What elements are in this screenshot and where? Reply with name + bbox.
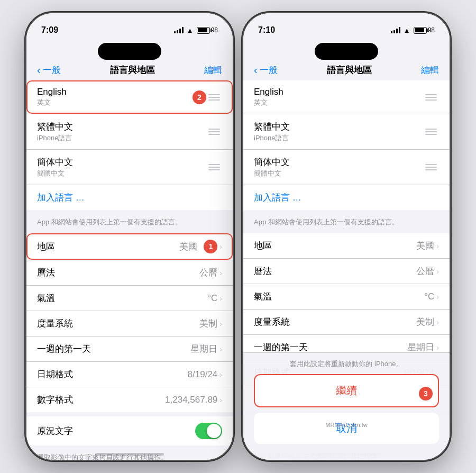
live-text-item-left[interactable]: 原況文字 <box>26 416 233 445</box>
temp-value-left: °C › <box>207 293 222 304</box>
lang-item-english-right[interactable]: English 英文 <box>243 80 450 114</box>
time-left: 7:09 <box>41 25 58 35</box>
lang-subtitle-simplified-right: 簡體中文 <box>254 169 423 178</box>
settings-group-left: 地區 美國 1 › 曆法 公曆 › 氣溫 <box>26 233 233 412</box>
settings-item-measure-right[interactable]: 度量系統 美制 › <box>243 310 450 335</box>
scroll-content-left: English 英文 2 繁體中文 iPhone語言 <box>26 80 233 460</box>
chevron-icon-calendar-left: › <box>219 269 222 277</box>
lang-subtitle-traditional-left: iPhone語言 <box>37 133 206 143</box>
settings-item-region-right[interactable]: 地區 美國 › <box>243 233 450 259</box>
firstday-value-right: 星期日 › <box>407 341 439 353</box>
nav-bar-right: ‹ 一般 語言與地區 編輯 <box>243 60 450 80</box>
hint-text-right: App 和網站會使用列表上第一個有支援的語言。 <box>243 214 450 233</box>
lang-subtitle-traditional-right: iPhone語言 <box>254 133 423 143</box>
back-label-left: 一般 <box>43 64 61 76</box>
lang-item-simplified-right[interactable]: 簡体中文 簡體中文 <box>243 150 450 185</box>
chevron-icon-numformat-left: › <box>219 396 222 404</box>
settings-item-numformat-left[interactable]: 數字格式 1,234,567.89 › <box>26 387 233 412</box>
drag-handle-simplified-right[interactable] <box>423 162 439 172</box>
settings-item-temp-left[interactable]: 氣溫 °C › <box>26 286 233 311</box>
firstday-label-right: 一週的第一天 <box>254 341 308 353</box>
continue-button[interactable]: 繼續 <box>254 374 439 407</box>
settings-item-dateformat-left[interactable]: 日期格式 8/19/24 › <box>26 362 233 387</box>
lang-text-english-right: English 英文 <box>254 87 423 107</box>
temp-label-left: 氣溫 <box>37 292 55 304</box>
chevron-icon-dateformat-left: › <box>219 370 222 379</box>
battery-icon: 98 <box>197 26 218 34</box>
wifi-icon: ▲ <box>187 26 194 34</box>
lang-subtitle-english-left: 英文 <box>37 98 188 107</box>
firstday-value-left: 星期日 › <box>190 343 222 355</box>
action-sheet-right: 套用此設定將重新啟動你的 iPhone。 繼續 3 取消 <box>243 352 450 460</box>
status-bar-left: 7:09 ▲ 98 <box>26 13 233 40</box>
signal-icon <box>174 27 184 33</box>
language-group-right: English 英文 繁體中文 iPhone語言 <box>243 80 450 210</box>
chevron-icon-region-left: › <box>219 242 222 251</box>
step-circle-3: 3 <box>419 387 433 401</box>
nav-title-right: 語言與地區 <box>327 64 372 76</box>
dateformat-label-left: 日期格式 <box>37 368 73 380</box>
chevron-icon-temp-left: › <box>219 294 222 303</box>
temp-value-right: °C › <box>424 292 439 302</box>
add-lang-left[interactable]: 加入語言 … <box>26 185 233 210</box>
settings-item-measure-left[interactable]: 度量系統 美制 › <box>26 311 233 336</box>
step-circle-1: 1 <box>204 240 217 253</box>
right-phone: 7:10 ▲ 98 ‹ 一般 語言與地區 編輯 <box>243 13 450 460</box>
lang-text-simplified-left: 簡体中文 簡體中文 <box>37 156 206 178</box>
region-label-left: 地區 <box>37 241 55 253</box>
add-lang-right[interactable]: 加入語言 … <box>243 185 450 210</box>
settings-item-calendar-left[interactable]: 曆法 公曆 › <box>26 260 233 286</box>
measure-value-left: 美制 › <box>199 317 222 330</box>
settings-item-temp-right[interactable]: 氣溫 °C › <box>243 284 450 310</box>
temp-label-right: 氣溫 <box>254 290 272 303</box>
dynamic-island-right <box>315 43 378 60</box>
lang-name-simplified-right: 簡体中文 <box>254 156 423 168</box>
dynamic-island-left <box>98 43 161 60</box>
live-text-toggle-left[interactable] <box>195 423 222 439</box>
dateformat-value-left: 8/19/24 › <box>188 369 222 380</box>
chevron-icon-firstday-right: › <box>436 343 439 352</box>
drag-handle-simplified-left[interactable] <box>206 162 222 172</box>
left-screen: 7:09 ▲ 98 ‹ 一般 語言與地區 編輯 <box>26 13 233 460</box>
calendar-value-left: 公曆 › <box>199 267 222 279</box>
toggle-thumb-left <box>207 424 221 438</box>
settings-item-region-left[interactable]: 地區 美國 1 › <box>26 233 233 260</box>
chevron-icon-calendar-right: › <box>436 267 439 276</box>
drag-handle-traditional-right[interactable] <box>423 126 439 137</box>
nav-title-left: 語言與地區 <box>110 64 155 76</box>
continue-btn-wrapper: 繼續 3 <box>254 374 439 413</box>
lang-item-simplified-left[interactable]: 簡体中文 簡體中文 <box>26 150 233 185</box>
time-right: 7:10 <box>258 25 275 35</box>
settings-item-firstday-left[interactable]: 一週的第一天 星期日 › <box>26 336 233 362</box>
edit-button-left[interactable]: 編輯 <box>204 64 222 76</box>
live-text-label-left: 原況文字 <box>37 425 73 437</box>
measure-value-right: 美制 › <box>416 316 439 328</box>
hint-text-left: App 和網站會使用列表上第一個有支援的語言。 <box>26 214 233 233</box>
lang-subtitle-english-right: 英文 <box>254 98 423 107</box>
lang-name-traditional-left: 繁體中文 <box>37 121 206 133</box>
measure-label-right: 度量系統 <box>254 316 290 328</box>
back-button-left[interactable]: ‹ 一般 <box>37 64 61 76</box>
back-label-right: 一般 <box>260 64 278 76</box>
lang-item-traditional-right[interactable]: 繁體中文 iPhone語言 <box>243 114 450 150</box>
cancel-button[interactable]: 取消 <box>254 413 439 444</box>
back-button-right[interactable]: ‹ 一般 <box>254 64 278 76</box>
calendar-label-left: 曆法 <box>37 267 55 279</box>
settings-item-calendar-right[interactable]: 曆法 公曆 › <box>243 259 450 284</box>
status-bar-right: 7:10 ▲ 98 <box>243 13 450 40</box>
back-arrow-icon-right: ‹ <box>254 64 258 76</box>
measure-label-left: 度量系統 <box>37 317 73 330</box>
drag-handle-english-right[interactable] <box>423 92 439 103</box>
chevron-icon-measure-left: › <box>219 320 222 328</box>
calendar-value-right: 公曆 › <box>416 265 439 277</box>
numformat-value-left: 1,234,567.89 › <box>165 395 222 405</box>
numformat-label-left: 數字格式 <box>37 394 73 406</box>
edit-button-right[interactable]: 編輯 <box>421 64 439 76</box>
lang-item-traditional-left[interactable]: 繁體中文 iPhone語言 <box>26 114 233 150</box>
lang-subtitle-simplified-left: 簡體中文 <box>37 169 206 178</box>
drag-handle-english-left[interactable] <box>206 92 222 103</box>
chevron-icon-measure-right: › <box>436 318 439 326</box>
nav-bar-left: ‹ 一般 語言與地區 編輯 <box>26 60 233 80</box>
drag-handle-traditional-left[interactable] <box>206 126 222 137</box>
lang-item-english-left[interactable]: English 英文 2 <box>26 80 233 114</box>
